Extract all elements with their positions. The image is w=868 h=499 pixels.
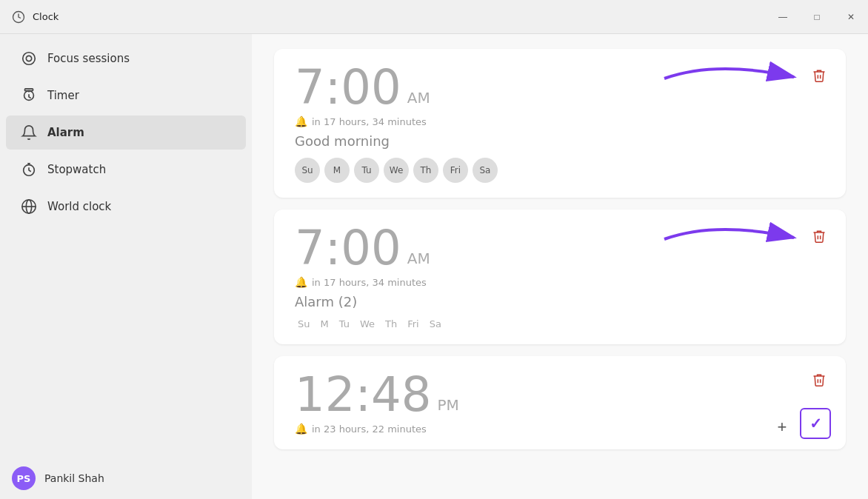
- day-fri[interactable]: Fri: [443, 158, 468, 183]
- stopwatch-icon: [21, 161, 37, 178]
- alarm-3-confirm-button[interactable]: ✓: [800, 408, 831, 439]
- maximize-button[interactable]: □: [800, 0, 834, 34]
- day-2-fri: Fri: [404, 318, 422, 329]
- sidebar-label-stopwatch: Stopwatch: [47, 163, 106, 176]
- app-icon: [12, 10, 25, 24]
- sidebar-item-stopwatch[interactable]: Stopwatch: [6, 153, 246, 187]
- alarm-3-time-row: 12:48 PM: [295, 371, 828, 418]
- alarm-3-meta: 🔔 in 23 hours, 22 minutes: [295, 423, 828, 435]
- timer-icon: [21, 87, 37, 104]
- sidebar-item-timer[interactable]: Timer: [6, 78, 246, 113]
- sidebar-label-timer: Timer: [47, 89, 79, 102]
- title-bar: Clock — □ ✕: [0, 0, 868, 34]
- day-m[interactable]: M: [324, 158, 350, 183]
- sidebar-item-alarm[interactable]: Alarm: [6, 115, 246, 150]
- alarm-card-3: 12:48 PM 🔔 in 23 hours, 22 minutes ✓ +: [274, 356, 846, 449]
- focus-sessions-icon: [21, 50, 37, 67]
- user-profile[interactable]: PS Pankil Shah: [0, 458, 252, 499]
- day-2-sa: Sa: [427, 318, 444, 329]
- alarm-icon: [21, 124, 37, 141]
- alarm-2-time-row: 7:00 AM: [295, 224, 828, 272]
- alarm-3-subtitle: in 23 hours, 22 minutes: [312, 423, 427, 435]
- alarm-1-subtitle: in 17 hours, 34 minutes: [312, 116, 427, 127]
- alarm-3-bell-icon: 🔔: [295, 423, 307, 435]
- alarm-3-delete-button[interactable]: [807, 368, 831, 392]
- alarm-2-time: 7:00: [295, 224, 401, 272]
- sidebar-label-world-clock: World clock: [47, 200, 111, 213]
- day-2-th: Th: [382, 318, 400, 329]
- day-th[interactable]: Th: [413, 158, 438, 183]
- user-name: Pankil Shah: [44, 472, 104, 484]
- alarm-2-label: Alarm (2): [295, 294, 828, 309]
- alarm-3-period: PM: [437, 396, 458, 414]
- minimize-button[interactable]: —: [766, 0, 800, 34]
- day-sa[interactable]: Sa: [473, 158, 498, 183]
- close-button[interactable]: ✕: [834, 0, 868, 34]
- check-icon: ✓: [809, 415, 822, 432]
- plus-icon: +: [778, 418, 787, 437]
- trash-icon: [812, 68, 827, 83]
- sidebar: Focus sessions Timer Alarm: [0, 34, 252, 499]
- alarm-2-bell-icon: 🔔: [295, 276, 307, 288]
- alarm-1-bell-icon: 🔔: [295, 115, 307, 127]
- alarm-card-2: 7:00 AM 🔔 in 17 hours, 34 minutes Alarm …: [274, 210, 846, 344]
- content-area: 7:00 AM 🔔 in 17 hours, 34 minutes Good m…: [252, 34, 868, 499]
- main-layout: Focus sessions Timer Alarm: [0, 34, 868, 499]
- window-controls: — □ ✕: [766, 0, 868, 34]
- alarm-1-delete-button[interactable]: [807, 64, 831, 87]
- avatar: PS: [12, 466, 36, 490]
- alarm-2-subtitle: in 17 hours, 34 minutes: [312, 277, 427, 288]
- day-2-m: M: [318, 318, 332, 329]
- svg-point-2: [26, 56, 31, 61]
- alarm-3-add-button[interactable]: +: [770, 415, 794, 439]
- alarm-2-delete-button[interactable]: [807, 224, 831, 248]
- sidebar-label-alarm: Alarm: [47, 126, 84, 139]
- alarm-3-time: 12:48: [295, 371, 431, 418]
- app-title: Clock: [33, 11, 59, 22]
- svg-point-1: [23, 53, 36, 65]
- alarm-1-label: Good morning: [295, 133, 828, 149]
- day-2-tu: Tu: [336, 318, 353, 329]
- alarm-1-days: Su M Tu We Th Fri Sa: [295, 158, 828, 183]
- day-su[interactable]: Su: [295, 158, 320, 183]
- alarm-2-period: AM: [407, 250, 430, 267]
- day-2-su: Su: [295, 318, 313, 329]
- sidebar-label-focus-sessions: Focus sessions: [47, 52, 130, 65]
- sidebar-item-world-clock[interactable]: World clock: [6, 190, 246, 224]
- alarm-2-meta: 🔔 in 17 hours, 34 minutes: [295, 276, 828, 288]
- alarm-2-days: Su M Tu We Th Fri Sa: [295, 318, 828, 329]
- sidebar-item-focus-sessions[interactable]: Focus sessions: [6, 41, 246, 76]
- day-tu[interactable]: Tu: [354, 158, 379, 183]
- trash-icon-3: [812, 372, 827, 387]
- alarm-1-time: 7:00: [295, 64, 401, 111]
- day-we[interactable]: We: [384, 158, 409, 183]
- alarm-1-meta: 🔔 in 17 hours, 34 minutes: [295, 115, 828, 127]
- alarm-card-1: 7:00 AM 🔔 in 17 hours, 34 minutes Good m…: [274, 49, 846, 198]
- alarm-1-period: AM: [407, 89, 430, 107]
- trash-icon-2: [812, 229, 827, 244]
- alarm-1-time-row: 7:00 AM: [295, 64, 828, 111]
- world-clock-icon: [21, 198, 37, 215]
- day-2-we: We: [357, 318, 378, 329]
